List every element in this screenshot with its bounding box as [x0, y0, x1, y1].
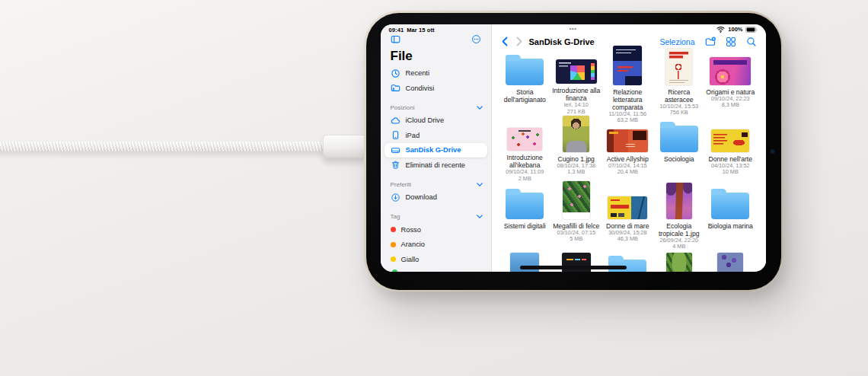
external-drive-icon [391, 145, 400, 155]
file-item[interactable]: Storia dell'artigianato [499, 49, 551, 116]
trash-icon [391, 160, 400, 170]
folder-icon [506, 59, 544, 85]
tag-dot-orange [391, 242, 396, 247]
usb-cable [0, 142, 324, 151]
cloud-icon [391, 116, 400, 126]
app-title: File [391, 49, 491, 63]
section-posizioni[interactable]: Posizioni [381, 102, 491, 113]
file-name: Active Allyship [607, 155, 649, 163]
file-item[interactable]: Ecologia tropicale 1.jpg26/09/24, 22:204… [653, 183, 705, 250]
sidebar-tag-arancio[interactable]: Arancio [381, 237, 491, 253]
sidebar-tag-rosso[interactable]: Rosso [381, 222, 491, 237]
back-icon[interactable] [501, 37, 509, 46]
sidebar-tag-giallo[interactable]: Giallo [381, 252, 491, 267]
download-circle-icon [391, 193, 400, 202]
more-options-icon[interactable] [471, 34, 481, 44]
file-item[interactable]: Introduzione all'ikebana09/10/24, 11:092… [499, 116, 551, 183]
sidebar-item-icloud[interactable]: iCloud Drive [381, 113, 491, 129]
sidebar-item-sandisk-selected[interactable]: SanDisk G-Drive [385, 143, 487, 158]
file-size: 2 MB [519, 176, 531, 183]
section-preferiti[interactable]: Preferiti [381, 179, 491, 190]
navigation-toolbar: SanDisk G-Drive Seleziona [492, 34, 766, 49]
file-thumbnail [717, 253, 743, 272]
folder-icon [711, 193, 749, 219]
folder-icon [660, 126, 698, 152]
file-name: Biologia marina [708, 222, 753, 230]
file-thumbnail [665, 49, 692, 85]
search-icon[interactable] [746, 37, 757, 47]
tag-dot-green-partial [392, 269, 397, 272]
file-item[interactable]: Active Allyship07/10/24, 14:1520,4 MB [602, 116, 654, 183]
file-item[interactable]: Cugino 1.jpg08/10/24, 17:381,3 MB [550, 116, 602, 183]
file-size: 46,3 MB [617, 236, 638, 243]
ipad-device: 09:41Mar 15 ott ••• 100% File [364, 11, 783, 292]
file-name: Donne di mare [606, 222, 649, 230]
file-thumbnail [563, 181, 590, 219]
tag-label: Arancio [401, 241, 426, 248]
file-item[interactable]: Sociologia [653, 116, 705, 183]
tag-dot-red [391, 227, 396, 232]
shared-folder-icon [391, 83, 400, 93]
sidebar-item-download[interactable]: Download [381, 190, 491, 206]
file-thumbnail [710, 57, 751, 85]
section-tag[interactable]: Tag [381, 211, 491, 222]
file-name: Introduzione all'ikebana [499, 154, 550, 169]
file-item[interactable]: Relazione letteratura comparata11/10/24,… [602, 49, 654, 116]
file-name: Relazione letteratura comparata [602, 88, 653, 111]
sidebar-item-ipad[interactable]: iPad [381, 128, 491, 143]
file-browser-pane: SanDisk G-Drive Seleziona Storia dell'ar… [492, 24, 766, 272]
file-size: 10 MB [723, 169, 739, 176]
file-size: 271 KB [567, 109, 586, 116]
file-size: 20,4 MB [617, 169, 638, 176]
usb-connector [323, 135, 366, 158]
sidebar-item-recenti[interactable]: Recenti [381, 66, 491, 81]
home-indicator[interactable] [520, 266, 627, 269]
file-item[interactable]: Ricerca asteracee10/10/24, 15:53756 KB [653, 49, 705, 116]
file-item[interactable]: Donne di mare30/09/24, 15:2846,3 MB [602, 183, 654, 250]
toggle-sidebar-icon[interactable] [391, 34, 400, 44]
file-name: Ricerca asteracee [654, 88, 704, 104]
file-item[interactable]: Megafilli di felce03/10/24, 07:155 MB [550, 183, 602, 250]
file-item[interactable]: Origami e natura09/10/24, 22:238,3 MB [705, 49, 757, 116]
file-name: Sistemi digitali [504, 222, 546, 230]
ipad-screen: 09:41Mar 15 ott ••• 100% File [381, 24, 766, 272]
sidebar-item-eliminati[interactable]: Eliminati di recente [381, 158, 491, 173]
sidebar-item-label: SanDisk G-Drive [406, 146, 461, 154]
tag-dot-yellow [391, 257, 396, 262]
file-name: Ecologia tropicale 1.jpg [654, 222, 704, 237]
select-button[interactable]: Seleziona [659, 37, 694, 46]
file-item[interactable]: Introduzione alla finanzaieri, 14:10271 … [550, 49, 602, 116]
file-thumbnail [607, 129, 648, 152]
tag-label: Giallo [401, 256, 420, 263]
ipad-bezel: 09:41Mar 15 ott ••• 100% File [366, 13, 781, 290]
file-item-partial[interactable] [705, 250, 757, 272]
file-grid: Storia dell'artigianato Introduzione all… [492, 49, 757, 272]
folder-icon [506, 193, 544, 219]
view-options-icon[interactable] [726, 37, 736, 47]
file-name: Donne nell'arte [708, 155, 752, 163]
file-thumbnail [711, 129, 749, 152]
marketing-scene: 09:41Mar 15 ott ••• 100% File [0, 0, 868, 376]
file-name: Cugino 1.jpg [558, 155, 595, 163]
file-size: 5 MB [570, 236, 582, 243]
chevron-down-icon [477, 215, 483, 218]
file-thumbnail [666, 183, 692, 219]
section-label: Posizioni [391, 104, 415, 111]
file-item-partial[interactable] [653, 250, 705, 272]
file-item[interactable]: Sistemi digitali [499, 183, 551, 250]
clock-icon [391, 69, 400, 78]
section-label: Preferiti [391, 181, 412, 188]
ipad-icon [391, 130, 400, 140]
file-item[interactable]: Biologia marina [705, 183, 757, 250]
forward-icon[interactable] [515, 37, 523, 46]
sidebar-item-condivisi[interactable]: Condivisi [381, 81, 491, 96]
file-item[interactable]: Donne nell'arte04/10/24, 13:5210 MB [705, 116, 757, 183]
file-name: Sociologia [664, 155, 694, 163]
chevron-down-icon [477, 183, 483, 186]
file-size: 1,3 MB [567, 169, 585, 176]
file-name: Megafilli di felce [553, 222, 599, 230]
new-folder-icon[interactable] [705, 37, 716, 47]
folder-title: SanDisk G-Drive [529, 37, 595, 46]
file-name: Origami e natura [706, 88, 755, 96]
file-thumbnail [608, 196, 647, 219]
